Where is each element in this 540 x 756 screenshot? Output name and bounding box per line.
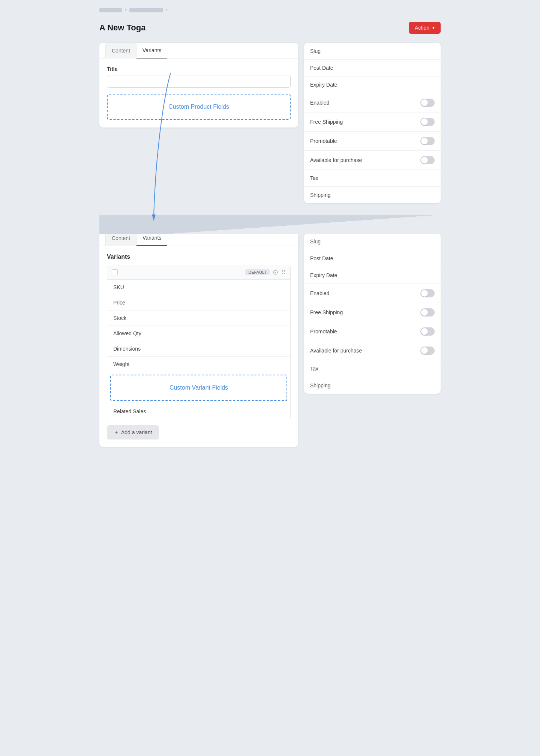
field-label: Promotable — [310, 328, 337, 334]
field-row-expiry-date: Expiry Date — [304, 267, 441, 284]
breadcrumb-chevron-2: › — [166, 8, 168, 13]
field-label: Expiry Date — [310, 82, 337, 88]
variant-rows: SKUPriceStockAllowed QtyDimensionsWeight — [107, 280, 290, 372]
section-divider — [99, 215, 441, 234]
breadcrumb: › › — [99, 8, 441, 13]
left-panel-bottom: Content Variants Variants DEFAULT — [99, 230, 298, 447]
field-row-slug: Slug — [304, 233, 441, 250]
action-button-chevron: ▾ — [432, 25, 435, 30]
field-row-enabled: Enabled — [304, 93, 441, 112]
title-label: Title — [107, 66, 291, 72]
field-label: Shipping — [310, 382, 331, 388]
variant-select-all[interactable] — [112, 269, 118, 275]
bottom-layout: Content Variants Variants DEFAULT — [99, 230, 441, 447]
breadcrumb-chevron-1: › — [125, 8, 126, 13]
action-button-label: Action — [415, 25, 429, 31]
right-top-card: SlugPost DateExpiry DateEnabledFree Ship… — [304, 43, 441, 203]
field-label: Expiry Date — [310, 272, 337, 278]
field-label: Promotable — [310, 138, 337, 144]
toggle-free-shipping[interactable] — [420, 308, 435, 316]
field-row-free-shipping: Free Shipping — [304, 112, 441, 132]
left-panel-top: Content Variants Title Custom Product Fi… — [99, 43, 298, 203]
variant-header-actions: DEFAULT ⊙ ⠿ — [245, 268, 286, 276]
right-panel-top: SlugPost DateExpiry DateEnabledFree Ship… — [304, 43, 441, 203]
field-row-available-for-purchase: Available for purchase — [304, 341, 441, 360]
field-row-post-date: Post Date — [304, 60, 441, 76]
top-card-body: Title Custom Product Fields — [99, 58, 298, 128]
toggle-available-for-purchase[interactable] — [420, 346, 435, 355]
field-label: Slug — [310, 238, 321, 244]
field-label: Enabled — [310, 100, 329, 106]
toggle-enabled[interactable] — [420, 99, 435, 107]
custom-product-fields-box[interactable]: Custom Product Fields — [107, 94, 291, 120]
field-row-free-shipping: Free Shipping — [304, 303, 441, 322]
custom-variant-fields-label: Custom Variant Fields — [170, 384, 228, 391]
add-variant-label: Add a variant — [121, 429, 152, 435]
variant-drag-handle[interactable]: ⠿ — [281, 269, 286, 276]
action-button[interactable]: Action ▾ — [409, 22, 441, 34]
field-row-expiry-date: Expiry Date — [304, 76, 441, 93]
field-label: Tax — [310, 366, 318, 372]
variants-heading: Variants — [99, 246, 298, 260]
toggle-promotable[interactable] — [420, 327, 435, 336]
variant-default-badge: DEFAULT — [245, 269, 270, 275]
toggle-available-for-purchase[interactable] — [420, 156, 435, 164]
field-label: Tax — [310, 175, 318, 181]
top-content-card: Content Variants Title Custom Product Fi… — [99, 43, 298, 128]
field-label: Shipping — [310, 192, 331, 198]
right-panel-bottom: SlugPost DateExpiry DateEnabledFree Ship… — [304, 230, 441, 394]
field-row-shipping: Shipping — [304, 377, 441, 394]
custom-variant-fields-box[interactable]: Custom Variant Fields — [110, 375, 287, 401]
top-tabs: Content Variants — [99, 43, 298, 58]
breadcrumb-item-2[interactable] — [129, 8, 163, 12]
field-row-tax: Tax — [304, 170, 441, 187]
toggle-free-shipping[interactable] — [420, 118, 435, 126]
variant-toggle-icon: ⊙ — [273, 268, 278, 276]
variant-table: DEFAULT ⊙ ⠿ SKUPriceStockAllowed QtyDime… — [107, 265, 291, 419]
page-header: A New Toga Action ▾ — [99, 22, 441, 34]
variant-row-allowed-qty: Allowed Qty — [107, 326, 290, 341]
field-label: Enabled — [310, 290, 329, 296]
toggle-promotable[interactable] — [420, 137, 435, 145]
field-row-promotable: Promotable — [304, 132, 441, 151]
right-bottom-fields-container: SlugPost DateExpiry DateEnabledFree Ship… — [304, 233, 441, 394]
field-label: Free Shipping — [310, 119, 343, 125]
related-sales-row: Related Sales — [107, 404, 290, 419]
variant-row-dimensions: Dimensions — [107, 341, 290, 357]
top-layout: Content Variants Title Custom Product Fi… — [99, 43, 441, 203]
field-label: Post Date — [310, 65, 333, 71]
variant-row-stock: Stock — [107, 310, 290, 326]
field-label: Available for purchase — [310, 348, 362, 354]
field-label: Free Shipping — [310, 309, 343, 315]
page-title: A New Toga — [99, 23, 146, 33]
variant-row-weight: Weight — [107, 357, 290, 372]
right-bottom-card: SlugPost DateExpiry DateEnabledFree Ship… — [304, 233, 441, 394]
variant-table-header: DEFAULT ⊙ ⠿ — [107, 265, 290, 280]
field-row-available-for-purchase: Available for purchase — [304, 151, 441, 170]
toggle-enabled[interactable] — [420, 289, 435, 297]
field-label: Post Date — [310, 255, 333, 261]
variant-row-sku: SKU — [107, 280, 290, 295]
field-label: Slug — [310, 48, 321, 54]
field-row-enabled: Enabled — [304, 284, 441, 303]
title-input[interactable] — [107, 75, 291, 88]
field-row-promotable: Promotable — [304, 322, 441, 341]
bottom-content-card: Content Variants Variants DEFAULT — [99, 230, 298, 447]
field-row-slug: Slug — [304, 43, 441, 60]
add-variant-button[interactable]: ＋ Add a variant — [107, 425, 159, 440]
right-top-fields-container: SlugPost DateExpiry DateEnabledFree Ship… — [304, 43, 441, 203]
field-label: Available for purchase — [310, 157, 362, 163]
field-row-post-date: Post Date — [304, 250, 441, 267]
breadcrumb-item-1[interactable] — [99, 8, 122, 12]
tab-variants-top[interactable]: Variants — [136, 43, 167, 58]
field-row-shipping: Shipping — [304, 187, 441, 203]
add-variant-icon: ＋ — [114, 429, 119, 436]
variant-row-price: Price — [107, 295, 290, 310]
tab-content-top[interactable]: Content — [105, 43, 136, 58]
custom-product-fields-label: Custom Product Fields — [168, 104, 229, 110]
field-row-tax: Tax — [304, 360, 441, 377]
